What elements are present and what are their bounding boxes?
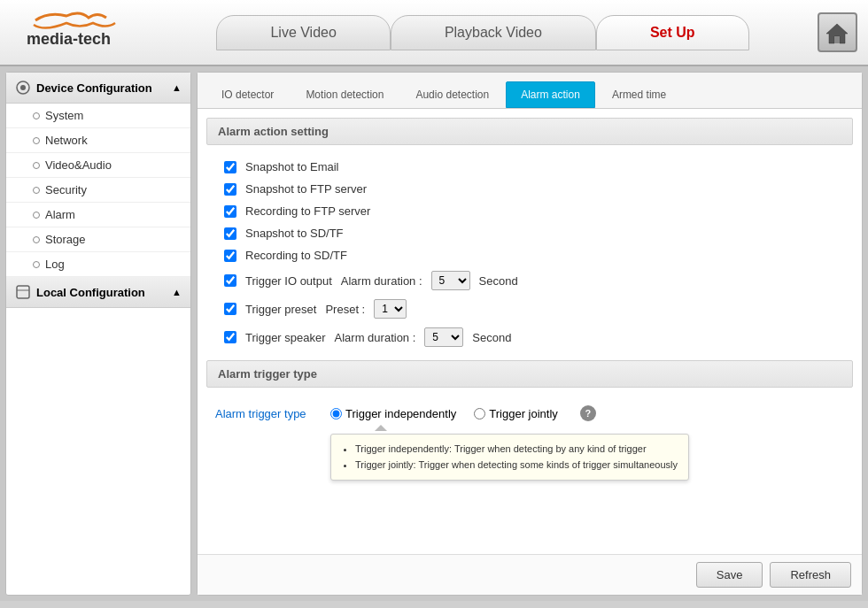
refresh-button[interactable]: Refresh [770, 562, 851, 588]
trigger-io-checkbox[interactable] [224, 274, 236, 287]
bullet-icon [33, 187, 40, 194]
snapshot-ftp-label[interactable]: Snapshot to FTP server [245, 182, 367, 196]
alarm-action-title: Alarm action setting [218, 125, 329, 138]
footer-bar: Save Refresh [198, 554, 862, 595]
sidebar-item-storage[interactable]: Storage [6, 227, 190, 252]
recording-ftp-checkbox[interactable] [224, 205, 236, 218]
logo: media-tech [0, 7, 159, 58]
tab-io-detector[interactable]: IO detector [206, 81, 289, 108]
nav-playback-video[interactable]: Playback Video [391, 15, 596, 50]
sidebar-item-storage-label: Storage [45, 233, 86, 246]
sidebar-item-system[interactable]: System [6, 104, 190, 128]
alarm-trigger-section-header: Alarm trigger type [206, 360, 853, 388]
trigger-preset-select-label: Preset : [325, 303, 365, 316]
trigger-speaker-checkbox[interactable] [224, 331, 236, 343]
help-icon[interactable]: ? [580, 405, 596, 421]
sidebar-item-network[interactable]: Network [6, 128, 190, 153]
snapshot-email-checkbox[interactable] [224, 161, 236, 173]
nav-live-video[interactable]: Live Video [216, 15, 390, 50]
nav-setup[interactable]: Set Up [596, 15, 749, 50]
svg-point-4 [20, 85, 26, 90]
trigger-io-label[interactable]: Trigger IO output [245, 274, 332, 288]
snapshot-email-row: Snapshot to Email [206, 156, 853, 178]
sidebar-item-security[interactable]: Security [6, 178, 190, 203]
content-body: Alarm action setting Snapshot to Email S… [198, 109, 862, 554]
trigger-independently-label: Trigger independently [345, 407, 456, 420]
sidebar-item-log[interactable]: Log [6, 252, 190, 277]
sidebar-item-alarm-label: Alarm [45, 208, 75, 221]
sidebar-item-video-audio[interactable]: Video&Audio [6, 153, 190, 178]
trigger-preset-select[interactable]: 12345 [374, 299, 407, 319]
trigger-speaker-row: Trigger speaker Alarm duration : 5123410… [206, 323, 853, 351]
trigger-speaker-second-label: Second [472, 331, 511, 344]
bullet-icon [33, 137, 40, 144]
trigger-independently-radio[interactable] [330, 408, 342, 419]
bullet-icon [33, 236, 40, 243]
save-button[interactable]: Save [696, 562, 763, 588]
alarm-action-section-header: Alarm action setting [206, 118, 853, 145]
sidebar-item-security-label: Security [45, 183, 87, 196]
alarm-trigger-type-row: Alarm trigger type Trigger independently… [206, 398, 853, 488]
recording-sd-label[interactable]: Recording to SD/TF [245, 249, 347, 262]
trigger-independently-option[interactable]: Trigger independently [330, 407, 456, 420]
bullet-icon [33, 162, 40, 169]
trigger-jointly-option[interactable]: Trigger jointly [474, 407, 558, 420]
sub-tabs-bar: IO detector Motion detection Audio detec… [198, 73, 862, 109]
tab-audio-detection[interactable]: Audio detection [400, 81, 504, 108]
tooltip-line1: Trigger independently: Trigger when dete… [355, 443, 647, 454]
tooltip-arrow-container [375, 425, 689, 429]
trigger-preset-label[interactable]: Trigger preset [245, 303, 316, 316]
trigger-preset-row: Trigger preset Preset : 12345 [206, 295, 853, 323]
snapshot-ftp-row: Snapshot to FTP server [206, 178, 853, 200]
trigger-speaker-label[interactable]: Trigger speaker [245, 331, 326, 344]
snapshot-sd-row: Snapshot to SD/TF [206, 222, 853, 244]
tab-armed-time[interactable]: Armed time [597, 81, 681, 108]
sidebar-item-log-label: Log [45, 258, 65, 271]
device-config-label: Device Configuration [36, 81, 152, 95]
sidebar-item-system-label: System [45, 109, 83, 122]
trigger-io-row: Trigger IO output Alarm duration : 51234… [206, 266, 853, 295]
snapshot-email-label[interactable]: Snapshot to Email [245, 160, 339, 173]
bullet-icon [33, 261, 40, 268]
trigger-options: Trigger independently Trigger jointly ? [330, 405, 689, 481]
tooltip-arrow-icon [375, 425, 387, 431]
alarm-trigger-title: Alarm trigger type [218, 367, 317, 381]
trigger-io-second-label: Second [479, 274, 518, 288]
trigger-io-duration-select[interactable]: 5123410152030 [431, 271, 470, 290]
snapshot-sd-checkbox[interactable] [224, 227, 236, 240]
tab-alarm-action[interactable]: Alarm action [506, 81, 595, 108]
alarm-trigger-section: Alarm trigger type Alarm trigger type Tr… [206, 360, 853, 488]
tooltip-container: Trigger independently: Trigger when dete… [330, 425, 689, 481]
sidebar-item-network-label: Network [45, 134, 88, 147]
recording-sd-row: Recording to SD/TF [206, 244, 853, 266]
trigger-jointly-label: Trigger jointly [489, 407, 558, 420]
recording-sd-checkbox[interactable] [224, 250, 236, 262]
recording-ftp-row: Recording to FTP server [206, 200, 853, 222]
trigger-preset-checkbox[interactable] [224, 303, 236, 315]
trigger-io-duration-label: Alarm duration : [341, 274, 422, 288]
snapshot-sd-label[interactable]: Snapshot to SD/TF [245, 227, 344, 240]
snapshot-ftp-checkbox[interactable] [224, 183, 236, 196]
trigger-jointly-radio[interactable] [474, 408, 485, 419]
recording-ftp-label[interactable]: Recording to FTP server [245, 204, 370, 218]
local-config-section[interactable]: Local Configuration ▲ [6, 277, 190, 308]
trigger-radios: Trigger independently Trigger jointly ? [330, 405, 689, 421]
device-config-icon [15, 80, 31, 96]
sidebar-item-alarm[interactable]: Alarm [6, 203, 190, 227]
home-button[interactable] [818, 12, 857, 52]
bullet-icon [33, 112, 40, 119]
tooltip-line2: Trigger jointly: Trigger when detecting … [355, 459, 678, 470]
device-config-section[interactable]: Device Configuration ▲ [6, 73, 190, 104]
tooltip-box: Trigger independently: Trigger when dete… [330, 434, 689, 481]
svg-rect-5 [17, 286, 29, 298]
device-config-arrow: ▲ [172, 82, 182, 93]
trigger-speaker-duration-label: Alarm duration : [335, 331, 416, 344]
sidebar-item-video-audio-label: Video&Audio [45, 158, 112, 172]
nav-tabs: Live Video Playback Video Set Up [159, 15, 806, 50]
content-area: IO detector Motion detection Audio detec… [197, 72, 863, 596]
local-config-arrow: ▲ [172, 287, 182, 297]
sidebar: Device Configuration ▲ System Network Vi… [5, 72, 191, 596]
trigger-speaker-duration-select[interactable]: 5123410152030 [424, 327, 463, 347]
main-layout: Device Configuration ▲ System Network Vi… [0, 66, 868, 601]
tab-motion-detection[interactable]: Motion detection [291, 81, 399, 108]
